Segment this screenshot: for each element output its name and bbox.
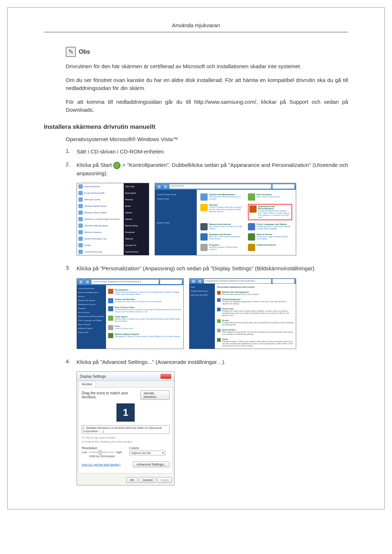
cp-item-hardware[interactable]: Hardware and SoundPlay CDs or other medi… [200,233,245,241]
start-menu-item[interactable]: E-mail Windows Mail [77,190,123,196]
screenshot-control-panel: Control Panel Control Panel Home Classic… [155,183,296,255]
extend-desktop-checkbox[interactable]: ☑ Extend the desktop onto this monitor [82,440,170,443]
obs-heading: ✎ Obs [66,47,348,57]
start-right-item[interactable]: Documents [124,190,149,196]
start-right-item[interactable]: Computer [124,229,149,235]
step-number: 4. [66,358,77,366]
start-right-item[interactable]: Default Programs [124,255,149,255]
cp-item-ease[interactable]: Ease of AccessLet Windows suggest settin… [248,233,293,241]
cp-item-system[interactable]: System and MaintenanceGet started with W… [200,193,245,201]
start-right-item[interactable]: Music [124,203,149,209]
cp-sidebar-item[interactable]: Classic View [157,198,195,200]
back-button[interactable] [191,279,196,284]
ds-item[interactable]: Window Color and AppearanceFine tune the… [217,290,294,297]
ds-item[interactable]: Desktop BackgroundChoose from available … [217,297,294,306]
pers-sidebar-item[interactable]: Ease of Access [78,323,105,325]
ds-sidebar-item[interactable]: Change desktop icons [191,290,214,292]
pers-item[interactable]: Windows Sidebar PropertiesAdd gadgets to… [108,332,181,340]
help-link[interactable]: How do I get the best display? [82,463,121,466]
pers-sidebar-item[interactable]: Additional Options [78,327,105,329]
address-bar[interactable]: ▸ Appearance and Personalization ▸ Perso… [204,279,271,283]
pers-sidebar-item[interactable]: Classic View [78,331,105,333]
advanced-settings-button[interactable]: Advanced Settings... [133,461,170,467]
start-menu-item[interactable]: Command Prompt [77,249,123,255]
ds-item[interactable]: Display SettingsAdjust your monitor reso… [217,348,294,349]
cp-item-additional[interactable]: Additional Options [248,244,293,251]
start-right-item[interactable]: Search [124,216,149,222]
resolution-value: 1280 by 1024 pixels [82,455,122,458]
search-box[interactable] [273,184,294,189]
pers-sidebar-item[interactable]: Hardware and Sound [78,303,105,305]
start-right-item[interactable]: Recent Items [124,222,149,229]
cancel-button[interactable]: Cancel [139,477,156,483]
forward-button[interactable] [163,184,168,189]
forward-button[interactable] [197,279,203,284]
start-right-item[interactable]: John Doe [124,183,149,190]
search-box[interactable] [160,280,182,284]
pers-item[interactable]: Taskbar and Start MenuCustomize the Star… [108,297,181,305]
pers-item[interactable]: Ease of Access CenterAccommodate low vis… [108,305,181,314]
address-bar[interactable]: Control Panel [170,184,271,189]
start-menu-item[interactable]: Adobe Photoshop CS2 [77,235,123,242]
apply-button[interactable]: Apply [157,477,172,483]
colors-label: Colors: [129,446,170,450]
ds-sidebar-item[interactable]: Adjust font size (DPI) [191,294,214,296]
start-menu-item[interactable]: Internet Explorer [77,183,123,190]
start-right-item[interactable]: Games [124,209,149,216]
pers-sidebar-item[interactable]: Appearance and Personalization [78,315,105,317]
monitor-icon[interactable]: 1 [117,403,135,422]
monitor-tab[interactable]: Monitor [78,381,96,387]
pers-item[interactable]: FontsInstall or remove a font [108,324,181,332]
pers-sidebar-item[interactable]: Programs [78,307,105,309]
pers-item[interactable]: PersonalizationChange desktop background… [108,287,181,297]
pers-sidebar-item[interactable]: System and Maintenance [78,291,105,294]
search-box[interactable] [273,279,294,283]
ds-item[interactable]: Mouse PointersPick a different mouse poi… [217,327,294,337]
start-menu-item[interactable]: AutoEx [77,242,123,249]
cp-item-security[interactable]: SecurityCheck for updates Check this com… [200,204,245,220]
obs-paragraph-2: Om du ser fönstret ovan kanske du har en… [66,76,348,93]
pers-sidebar-item[interactable]: Network and Internet [78,299,105,301]
ds-item[interactable]: Screen SaverChange your screen saver or … [217,306,294,318]
pers-sidebar-item[interactable]: Security [78,295,105,297]
forward-button[interactable] [85,279,90,284]
start-right-item[interactable]: Network [124,235,149,242]
colors-combo[interactable]: Highest (32 bit)▾ [129,451,166,455]
ds-sidebar-item[interactable]: Tasks [191,286,214,288]
pers-sidebar-item[interactable]: Control Panel Home [78,287,105,290]
main-monitor-checkbox[interactable]: ☑ This is my main monitor [82,436,170,439]
obs-paragraph-1: Drivrutinen för den här skärmen är certi… [66,62,348,71]
cp-item-users[interactable]: User AccountsAdd or remove user accounts [248,193,293,201]
ds-item[interactable]: SoundsChange which sounds are heard when… [217,318,294,327]
ok-button[interactable]: OK [126,477,138,483]
resolution-slider[interactable]: Low High [82,451,122,454]
start-menu-item[interactable]: Windows Express [77,229,123,235]
back-button[interactable] [78,279,83,284]
os-line: Operativsystemet Microsoft® Windows Vist… [66,136,348,142]
pers-sidebar-item[interactable]: User Accounts [78,311,105,313]
cp-item-clock[interactable]: Clock, Language, and RegionChange keyboa… [248,223,293,231]
ds-item[interactable]: ThemeChange the theme. Themes can change… [217,337,294,348]
resolution-label: Resolution: [82,446,122,450]
close-button[interactable] [160,374,171,379]
cp-item-programs[interactable]: ProgramsUninstall a program Change start… [200,244,245,251]
cp-item-network[interactable]: Network and InternetView network status … [200,223,245,231]
back-button[interactable] [156,184,162,189]
start-right-item[interactable]: Pictures [124,196,149,203]
start-menu-item[interactable]: Windows Live Messenger Download [77,216,123,222]
start-menu-item[interactable]: Windows Meeting Space [77,222,123,229]
address-bar[interactable]: Control Panel ▸ Appearance and Personali… [91,280,159,284]
cp-item-appearance[interactable]: Appearance and PersonalizationChange the… [248,204,293,220]
cp-sidebar-item[interactable]: Control Panel Home [157,193,195,196]
dialog-title: Display Settings [80,374,106,378]
start-menu-item[interactable]: Windows Photo Gallery [77,209,123,216]
start-menu-item[interactable]: Welcome Center [77,196,123,203]
start-menu-item[interactable]: Windows Media Player [77,203,123,209]
monitor-select[interactable]: 1. (Multiple Monitors) on NVIDIA GeForce… [82,425,170,434]
pers-sidebar-item[interactable]: Clock, Language, and Region [78,319,105,321]
start-right-item[interactable]: Connect To [124,242,149,249]
pers-item[interactable]: Folder OptionsSpecify single- or double-… [108,314,181,324]
ds-heading: Personalize appearance and sounds [217,286,294,288]
identify-monitors-button[interactable]: Identify Monitors [140,390,170,400]
start-right-item[interactable]: Control Panel [124,249,149,255]
